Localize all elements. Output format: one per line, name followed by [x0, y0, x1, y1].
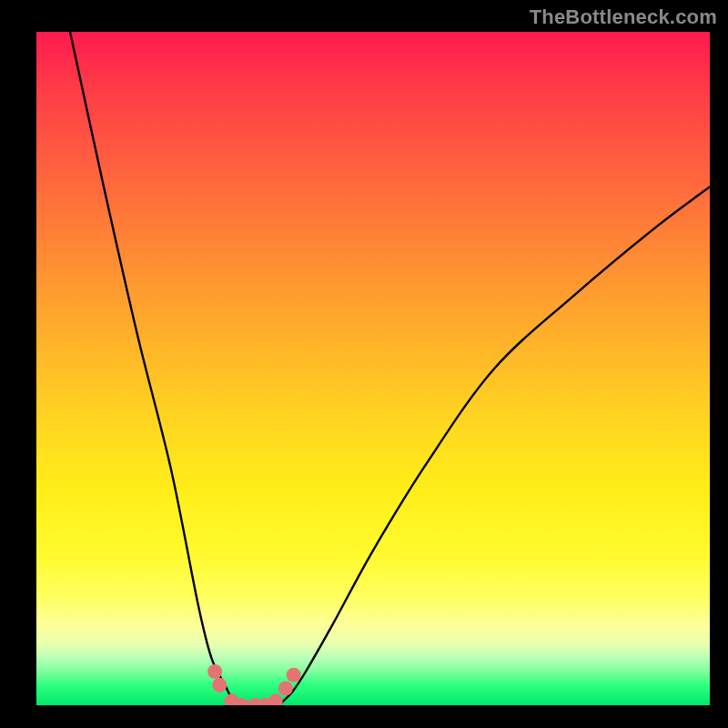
marker-dot [287, 668, 301, 682]
chart-frame: TheBottleneck.com [0, 0, 728, 728]
marker-dot [268, 694, 283, 705]
marker-dot [207, 664, 222, 679]
watermark-text: TheBottleneck.com [530, 5, 717, 29]
plot-area [36, 32, 710, 705]
marker-dot [212, 678, 227, 693]
marker-dot [278, 682, 293, 696]
curve-left-branch [70, 32, 238, 705]
curve-svg [36, 32, 710, 705]
curve-right-branch [278, 187, 710, 705]
